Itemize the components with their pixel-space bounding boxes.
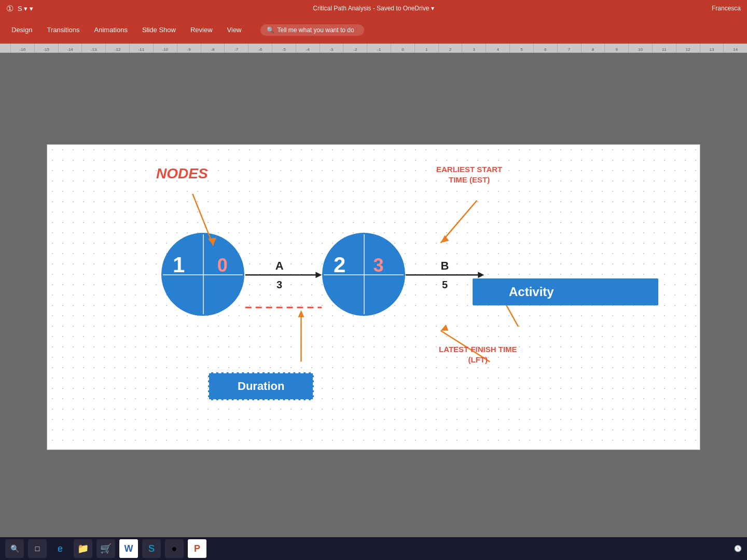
est-annotation: EARLIEST STARTTIME (EST) [436, 164, 502, 185]
nodes-label: NODES [156, 165, 208, 182]
main-area: NODES 1 0 2 3 A 3 [0, 53, 747, 541]
duration-box: Duration [208, 372, 314, 400]
taskbar-icons-right: 🕓 [734, 545, 742, 552]
svg-text:5: 5 [442, 279, 448, 290]
svg-marker-14 [298, 310, 304, 317]
slide-content: NODES 1 0 2 3 A 3 [47, 145, 700, 450]
taskbar: 🔍 □ e 📁 🛒 W S ● P 🕓 [0, 537, 747, 560]
search-icon: 🔍 [267, 26, 274, 34]
ruler: -16 -15 -14 -13 -12 -11 -10 -9 -8 -7 -6 … [0, 44, 747, 53]
svg-marker-12 [441, 235, 449, 243]
tab-view[interactable]: View [221, 23, 248, 37]
title-bar: ① S ▾ ▾ Critical Path Analysis - Saved t… [0, 0, 747, 17]
svg-marker-1 [315, 272, 322, 278]
taskbar-clock: 🕓 [734, 545, 742, 552]
tab-design[interactable]: Design [5, 23, 38, 37]
activity-box: Activity [473, 278, 658, 305]
taskbar-word-icon[interactable]: W [119, 539, 138, 558]
taskbar-chrome-icon[interactable]: ● [165, 539, 184, 558]
titlebar-user: Francesca [712, 5, 741, 12]
titlebar-left-text: S ▾ ▾ [18, 5, 33, 12]
node-2: 2 3 [322, 233, 405, 316]
svg-marker-6 [478, 272, 484, 278]
ribbon-search[interactable]: 🔍 Tell me what you want to do [260, 24, 364, 36]
svg-line-11 [441, 201, 477, 243]
tab-review[interactable]: Review [184, 23, 219, 37]
taskbar-skype-icon[interactable]: S [142, 539, 161, 558]
node1-number: 1 [173, 253, 185, 277]
taskbar-powerpoint-icon[interactable]: P [188, 539, 206, 558]
ribbon-search-text: Tell me what you want to do [278, 26, 354, 34]
node-1: 1 0 [161, 233, 244, 316]
tab-transitions[interactable]: Transitions [40, 23, 86, 37]
svg-text:3: 3 [276, 279, 282, 290]
ribbon: Design Transitions Animations Slide Show… [0, 17, 747, 44]
svg-marker-18 [441, 325, 449, 331]
taskbar-task-view[interactable]: □ [28, 539, 47, 558]
taskbar-edge-icon[interactable]: e [51, 539, 70, 558]
ruler-marks: -16 -15 -14 -13 -12 -11 -10 -9 -8 -7 -6 … [0, 44, 747, 53]
taskbar-search-icon[interactable]: 🔍 [5, 539, 24, 558]
tab-animations[interactable]: Animations [88, 23, 134, 37]
lft-annotation: LATEST FINISH TIME(LFT) [439, 344, 517, 365]
node2-number: 2 [334, 253, 345, 277]
svg-text:A: A [275, 259, 284, 272]
titlebar-left: ① S ▾ ▾ [6, 4, 33, 13]
taskbar-store-icon[interactable]: 🛒 [96, 539, 115, 558]
node2-est: 3 [373, 255, 383, 276]
taskbar-icons-left: 🔍 □ e 📁 🛒 W S ● P [5, 539, 206, 558]
taskbar-folder-icon[interactable]: 📁 [74, 539, 92, 558]
svg-text:B: B [441, 259, 449, 272]
node1-est: 0 [217, 255, 228, 276]
tab-slideshow[interactable]: Slide Show [136, 23, 182, 37]
app-icon: ① [6, 4, 13, 13]
slide-container[interactable]: NODES 1 0 2 3 A 3 [47, 144, 700, 450]
titlebar-center-text: Critical Path Analysis - Saved to OneDri… [313, 5, 434, 12]
